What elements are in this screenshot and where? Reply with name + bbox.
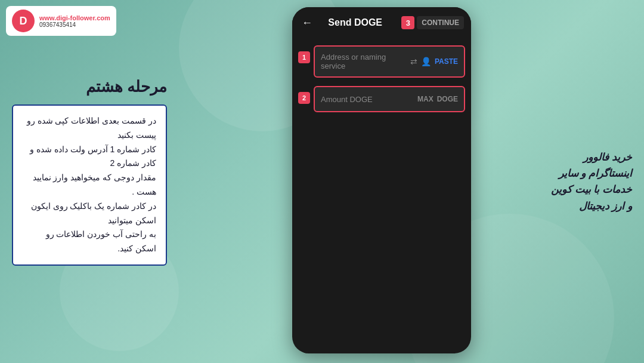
paste-button[interactable]: PASTE — [435, 57, 458, 66]
step-number: 3 — [401, 16, 414, 29]
address-icons: ⇄ 👤 PASTE — [410, 57, 458, 66]
phone-content: 1 Address or naming service ⇄ 👤 PASTE 2 … — [292, 38, 471, 128]
address-step-badge: 1 — [298, 51, 310, 63]
swap-icon[interactable]: ⇄ — [410, 57, 417, 66]
max-button[interactable]: MAX — [417, 95, 434, 103]
logo-bar: D www.digi-follower.com 09367435414 — [6, 6, 116, 36]
amount-input-field[interactable]: Amount DOGE MAX DOGE — [314, 86, 465, 112]
address-row: 1 Address or naming service ⇄ 👤 PASTE — [298, 45, 465, 78]
continue-badge: 3 CONTINUE — [401, 16, 464, 29]
phone-mockup: ← Send DOGE 3 CONTINUE 1 Address or nami… — [292, 7, 471, 353]
logo-text: www.digi-follower.com 09367435414 — [39, 14, 110, 28]
instruction-text: در قسمت بعدی اطلاعات کپی شده رو پیست بکن… — [23, 114, 156, 256]
logo-url: www.digi-follower.com — [39, 14, 110, 21]
header-title: Send DOGE — [320, 17, 391, 28]
phone-header: ← Send DOGE 3 CONTINUE — [292, 7, 471, 38]
page-title: مرحله هشتم — [12, 78, 167, 96]
promo-text: خرید فالوور اینستاگرام و سایر خدمات با ب… — [543, 149, 632, 214]
address-input-field[interactable]: Address or naming service ⇄ 👤 PASTE — [314, 45, 465, 78]
amount-row: 2 Amount DOGE MAX DOGE — [298, 86, 465, 112]
instruction-box: در قسمت بعدی اطلاعات کپی شده رو پیست بکن… — [12, 104, 167, 266]
logo-phone: 09367435414 — [39, 21, 110, 28]
doge-currency-label: DOGE — [437, 95, 458, 103]
amount-step-badge: 2 — [298, 92, 310, 104]
amount-label: Amount DOGE — [321, 95, 414, 104]
back-button[interactable]: ← — [299, 14, 315, 32]
user-icon[interactable]: 👤 — [421, 57, 431, 66]
address-label: Address or naming service — [321, 53, 407, 70]
continue-button[interactable]: CONTINUE — [417, 16, 464, 29]
logo-icon: D — [12, 10, 35, 32]
